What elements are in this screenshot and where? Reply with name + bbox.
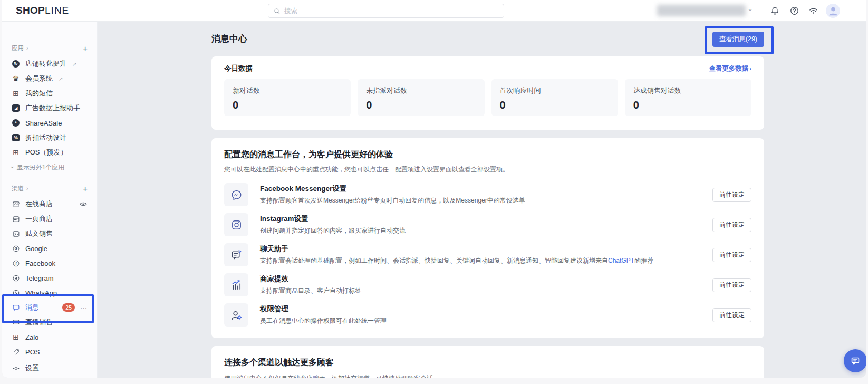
stat-value: 0 [633, 99, 743, 111]
permission-person-icon [224, 303, 248, 327]
go-to-settings-button[interactable]: 前往设定 [712, 248, 751, 262]
instagram-icon [224, 213, 248, 236]
sidebar-item-label: Telegram [25, 274, 53, 282]
chat-fab-icon [850, 355, 861, 367]
sidebar-item-label: POS（预发） [25, 148, 67, 157]
sidebar-item-label: ShareASale [25, 119, 62, 127]
config-item-title: Instagram设置 [260, 214, 406, 224]
help-icon [789, 6, 799, 16]
stat-value: 0 [366, 99, 476, 111]
sidebar-item-whatsapp[interactable]: WhatsApp [2, 285, 97, 300]
person-icon [827, 5, 839, 17]
sidebar-item-discount-design[interactable]: % 折扣活动设计 [2, 130, 97, 145]
eye-icon[interactable] [79, 200, 88, 208]
chevron-down-icon: › [9, 166, 16, 168]
crown-icon: ♛ [12, 74, 20, 83]
sidebar-item-label: Zalo [25, 333, 38, 341]
sidebar-item-shareasale[interactable]: * ShareASale [2, 116, 97, 130]
sidebar-section-apps[interactable]: 应用 › + [2, 43, 97, 53]
collapse-label: 显示另外1个应用 [17, 163, 65, 172]
chart-app-icon: ◢ [12, 104, 20, 112]
sidebar-item-label: 直播销售 [25, 318, 53, 327]
sidebar-item-ad-data-reporter[interactable]: ◢ 广告数据上报助手 [2, 101, 97, 116]
stat-card-new-conversations: 新对话数 0 [224, 79, 351, 116]
notifications-button[interactable] [769, 5, 780, 16]
sidebar-item-my-sms[interactable]: ⊞ 我的短信 [2, 86, 97, 101]
stat-value: 0 [233, 99, 342, 111]
go-to-settings-button[interactable]: 前往设定 [712, 278, 751, 292]
sidebar-item-online-store[interactable]: 在线商店 [2, 197, 97, 212]
sidebar-item-member-system[interactable]: ♛ 会员系统 ↗ [2, 71, 97, 86]
user-avatar[interactable] [826, 4, 840, 18]
sidebar-item-pos[interactable]: POS [2, 344, 97, 359]
sidebar-gap [2, 174, 97, 183]
config-item-messenger[interactable]: Facebook Messenger设置 支持配置顾客首次发送Messenger… [224, 183, 751, 206]
sidebar-item-google[interactable]: Google [2, 241, 97, 256]
view-messages-button[interactable]: 查看消息(29) [712, 32, 764, 47]
sidebar-item-settings[interactable]: 设置 [2, 361, 97, 376]
stat-card-sales-conversations: 达成销售对话数 0 [625, 79, 751, 116]
chevron-right-icon: › [26, 185, 28, 191]
config-item-merchant-efficiency[interactable]: 商家提效 支持配置商品目录、客户自动打标签 前往设定 [224, 273, 751, 296]
stat-label: 达成销售对话数 [633, 86, 743, 95]
collapse-apps-button[interactable]: › 显示另外1个应用 [2, 161, 97, 174]
whatsapp-icon [12, 289, 20, 297]
sidebar-item-zalo[interactable]: ⊞ Zalo [2, 330, 97, 344]
sidebar-item-pos-beta[interactable]: ⊞ POS（预发） [2, 145, 97, 160]
sidebar-item-label: 会员系统 [25, 74, 53, 83]
circle-arrow-app-icon: ↻ [12, 60, 20, 68]
sidebar-section-channels[interactable]: 渠道 › + [2, 183, 97, 194]
search-input[interactable] [284, 7, 499, 15]
storefront-icon [12, 200, 20, 208]
sidebar-item-one-page-store[interactable]: 一页商店 [2, 212, 97, 226]
config-item-desc: 支持配置商品目录、客户自动打标签 [260, 286, 361, 295]
sidebar-item-label: 消息 [25, 303, 39, 312]
more-icon[interactable]: ⋯ [80, 304, 88, 312]
sidebar-item-label: 广告数据上报助手 [25, 103, 80, 113]
go-to-settings-button[interactable]: 前往设定 [712, 218, 751, 232]
grid-app-icon: ⊞ [12, 333, 20, 341]
add-app-button[interactable]: + [83, 44, 88, 53]
sidebar-item-post-sales[interactable]: 贴文销售 [2, 226, 97, 241]
sidebar-item-label: Google [25, 245, 47, 253]
sidebar-item-message[interactable]: 消息 25 ⋯ [2, 300, 97, 315]
stat-card-first-response-time: 首次响应时间 0 [491, 79, 618, 116]
global-search[interactable] [268, 4, 504, 18]
logo-text-light: LINE [45, 5, 69, 16]
chevron-down-icon[interactable]: › [747, 9, 754, 11]
help-button[interactable] [789, 5, 800, 16]
sidebar-item-store-conversion-boost[interactable]: ↻ 店铺转化提升 ↗ [2, 56, 97, 71]
sidebar-item-facebook[interactable]: Facebook [2, 256, 97, 271]
chat-assistant-icon [224, 243, 248, 266]
sidebar-item-live-sales[interactable]: 直播销售 [2, 315, 97, 330]
config-subtitle: 您可以在此处配置消息中心中的重点功能，您也可以点击任一配置项进入设置界面以查看全… [224, 165, 751, 174]
store-name-redacted [657, 5, 746, 16]
chatgpt-link[interactable]: ChatGPT [608, 257, 634, 264]
sidebar-item-label: 贴文销售 [25, 229, 53, 238]
config-item-chat-assistant[interactable]: 聊天助手 支持配置会话处理的基础配置，例如工作时间、会话指派、快捷回复、关键词自… [224, 243, 751, 266]
search-icon [273, 7, 281, 15]
network-status-button[interactable] [808, 5, 819, 16]
external-link-icon: ↗ [72, 61, 76, 67]
photo-icon [12, 229, 20, 238]
config-item-title: 商家提效 [260, 274, 361, 284]
merchant-chart-icon [224, 273, 248, 296]
telegram-icon [12, 274, 20, 282]
chat-fab-button[interactable] [844, 349, 866, 372]
connect-channels-card: 连接多个渠道以触达更多顾客 使用消息中心不仅仅是在线商店聊天。添加社交渠道，可快… [211, 346, 764, 378]
config-item-instagram[interactable]: Instagram设置 创建问题并指定好回答的内容，跟买家进行自动交流 前往设定 [224, 213, 751, 236]
config-item-permissions[interactable]: 权限管理 员工在消息中心的操作权限可在此处统一管理 前往设定 [224, 303, 751, 327]
go-to-settings-button[interactable]: 前往设定 [712, 308, 751, 322]
stats-row: 新对话数 0 未指派对话数 0 首次响应时间 0 达成销售对话数 0 [224, 79, 751, 116]
section-channels-label: 渠道 [12, 185, 24, 193]
page-icon [12, 215, 20, 223]
view-more-data-link[interactable]: 查看更多数据› [709, 64, 751, 73]
go-to-settings-button[interactable]: 前往设定 [712, 188, 751, 202]
connect-subtitle: 使用消息中心不仅仅是在线商店聊天。添加社交渠道，可快速处理顾客会话。 [224, 374, 751, 378]
connect-title: 连接多个渠道以触达更多顾客 [224, 357, 751, 368]
sidebar-item-label: 一页商店 [25, 214, 53, 224]
sidebar-item-label: 折扣活动设计 [25, 133, 66, 142]
add-channel-button[interactable]: + [83, 184, 88, 193]
sidebar-item-telegram[interactable]: Telegram [2, 271, 97, 285]
percent-app-icon: % [12, 133, 20, 142]
